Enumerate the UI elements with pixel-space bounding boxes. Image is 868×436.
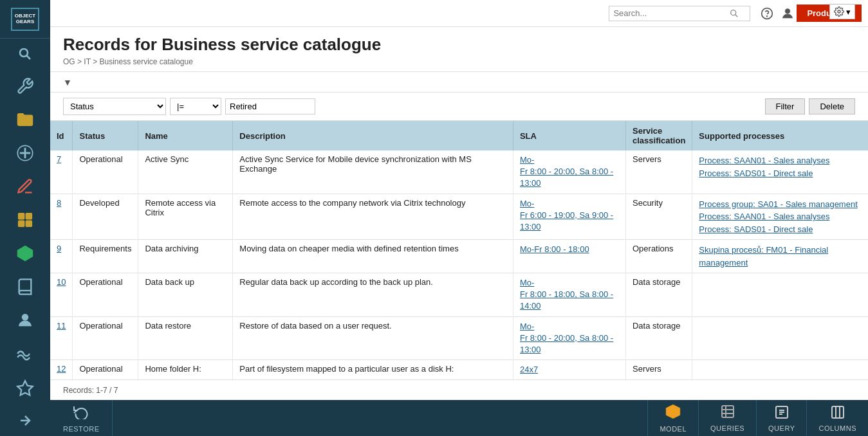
- svg-line-14: [735, 14, 738, 17]
- cell-id: 11: [50, 316, 73, 360]
- sidebar-logo: OBJECTGEARS: [0, 0, 50, 39]
- table-row: 11OperationalData restoreRestore of data…: [50, 316, 868, 360]
- queries-button[interactable]: QUERIES: [698, 400, 756, 436]
- sla-link[interactable]: Fr 8:00 - 18:00, Sa 8:00 - 14:00: [520, 289, 619, 312]
- cell-sla: Mo-Fr 8:00 - 18:00, Sa 8:00 - 14:00: [513, 273, 625, 317]
- sla-link[interactable]: Fr 8:00 - 20:00, Sa 8:00 - 13:00: [520, 332, 619, 356]
- cell-description: Regular data back up according to the ba…: [233, 273, 513, 317]
- restore-label: RESTORE: [63, 425, 99, 433]
- col-name: Name: [138, 121, 233, 150]
- user-icon[interactable]: [779, 5, 797, 23]
- filter-operator-select[interactable]: |=: [170, 98, 221, 115]
- cell-name: Data restore: [138, 316, 233, 360]
- sla-link[interactable]: 24x7: [520, 364, 619, 376]
- sidebar-waves-icon[interactable]: [0, 337, 50, 370]
- cell-description: Restore of data based on a user request.: [233, 316, 513, 360]
- sla-link[interactable]: Fr 6:00 - 19:00, Sa 9:00 - 13:00: [520, 210, 619, 233]
- cell-supported-processes: Process: SAAN01 - Sales analysesProcess:…: [692, 150, 868, 194]
- search-input[interactable]: [613, 8, 729, 18]
- sidebar-folder-icon[interactable]: [0, 103, 50, 136]
- col-description: Description: [233, 121, 513, 150]
- cell-status: Operational: [73, 150, 138, 194]
- records-info: Records: 1-7 / 7: [50, 381, 868, 400]
- cell-service-classification: Security: [625, 194, 692, 240]
- process-link[interactable]: Skupina procesů: FM01 - Financial manage…: [699, 244, 862, 269]
- sla-link[interactable]: Mo-: [520, 198, 619, 210]
- svg-point-10: [22, 314, 28, 320]
- col-supported-processes: Supported processes: [692, 121, 868, 150]
- svg-rect-8: [26, 221, 32, 226]
- columns-button[interactable]: COLUMNS: [806, 400, 868, 436]
- restore-button[interactable]: RESTORE: [50, 400, 113, 436]
- id-link[interactable]: 11: [57, 321, 66, 331]
- sidebar-search-icon[interactable]: [0, 39, 50, 69]
- table-body: 7OperationalActive SyncActive Sync Servi…: [50, 150, 868, 381]
- svg-rect-7: [19, 221, 24, 226]
- records-table: Id Status Name Description SLA Servicecl…: [50, 121, 868, 381]
- query-button[interactable]: QUERY: [756, 400, 806, 436]
- svg-point-18: [838, 10, 840, 13]
- cell-supported-processes: [692, 316, 868, 360]
- id-link[interactable]: 8: [57, 198, 61, 208]
- process-link[interactable]: Process: SADS01 - Direct sale: [699, 223, 862, 236]
- cell-supported-processes: Process group: SA01 - Sales managementPr…: [692, 194, 868, 240]
- process-link[interactable]: Process: SAAN01 - Sales analyses: [699, 154, 862, 167]
- search-icon: [729, 8, 739, 19]
- svg-rect-5: [19, 213, 24, 219]
- main-content: Production Records for Business service …: [50, 0, 868, 436]
- filter-button[interactable]: Filter: [765, 98, 806, 114]
- cell-description: Active Sync Service for Mobile device sy…: [233, 150, 513, 194]
- id-link[interactable]: 10: [57, 277, 66, 287]
- sidebar-person-icon[interactable]: [0, 304, 50, 337]
- sla-link[interactable]: Mo-Fr 8:00 - 18:00: [520, 244, 619, 255]
- sidebar-gem-icon[interactable]: [0, 237, 50, 270]
- top-bar: Production: [50, 0, 868, 27]
- id-link[interactable]: 9: [57, 244, 61, 253]
- columns-label: COLUMNS: [818, 424, 856, 432]
- cell-name: Active Sync: [138, 150, 233, 194]
- search-box[interactable]: [609, 6, 750, 21]
- sla-link[interactable]: Mo-: [520, 277, 619, 289]
- process-link[interactable]: Process: SAAN01 - Sales analyses: [699, 210, 862, 223]
- bottom-spacer: [113, 400, 647, 436]
- sidebar-plus-icon[interactable]: [0, 136, 50, 170]
- dropdown-arrow[interactable]: ▼: [63, 77, 72, 87]
- page-header: Records for Business service catalogue O…: [50, 27, 868, 72]
- sla-link[interactable]: Mo-: [520, 321, 619, 332]
- cell-status: Operational: [73, 273, 138, 317]
- cell-supported-processes: Skupina procesů: FM01 - Financial manage…: [692, 240, 868, 273]
- sidebar-edit-icon[interactable]: [0, 170, 50, 203]
- filter-field-select[interactable]: Status: [63, 98, 166, 115]
- sla-link[interactable]: Mo-: [520, 154, 619, 166]
- bottom-toolbar: RESTORE MODEL: [50, 400, 868, 436]
- help-icon[interactable]: [758, 5, 776, 23]
- cell-sla: Mo-Fr 8:00 - 18:00: [513, 240, 625, 273]
- settings-label: ▾: [846, 7, 851, 17]
- id-link[interactable]: 12: [57, 364, 66, 374]
- svg-marker-19: [666, 404, 680, 419]
- bottom-right: MODEL QUERIES: [647, 400, 868, 436]
- sla-link[interactable]: Fr 8:00 - 20:00, Sa 8:00 - 13:00: [520, 166, 619, 189]
- filter-bar: Status |= Filter Delete: [50, 93, 868, 121]
- cell-id: 8: [50, 194, 73, 240]
- columns-icon: [830, 404, 845, 423]
- cell-id: 10: [50, 273, 73, 317]
- process-link[interactable]: Process: SADS01 - Direct sale: [699, 167, 862, 180]
- id-link[interactable]: 7: [57, 154, 61, 164]
- delete-button[interactable]: Delete: [809, 98, 855, 114]
- svg-point-13: [731, 10, 736, 15]
- sidebar-star-icon[interactable]: [0, 372, 50, 405]
- cell-service-classification: Servers: [625, 150, 692, 194]
- sidebar-arrow-icon[interactable]: [0, 405, 50, 436]
- process-link[interactable]: Process group: SA01 - Sales management: [699, 198, 862, 211]
- settings-button[interactable]: ▾: [829, 4, 855, 19]
- sidebar-wrench-icon[interactable]: [0, 69, 50, 103]
- model-label: MODEL: [660, 425, 687, 433]
- sidebar-book-icon[interactable]: [0, 270, 50, 304]
- gear-icon: [834, 6, 844, 17]
- model-button[interactable]: MODEL: [647, 400, 698, 436]
- sidebar-blocks-icon[interactable]: [0, 203, 50, 237]
- filter-value-input[interactable]: [225, 98, 315, 114]
- cell-sla: Mo-Fr 8:00 - 20:00, Sa 8:00 - 13:00: [513, 150, 625, 194]
- cell-sla: Mo-Fr 6:00 - 19:00, Sa 9:00 - 13:00: [513, 194, 625, 240]
